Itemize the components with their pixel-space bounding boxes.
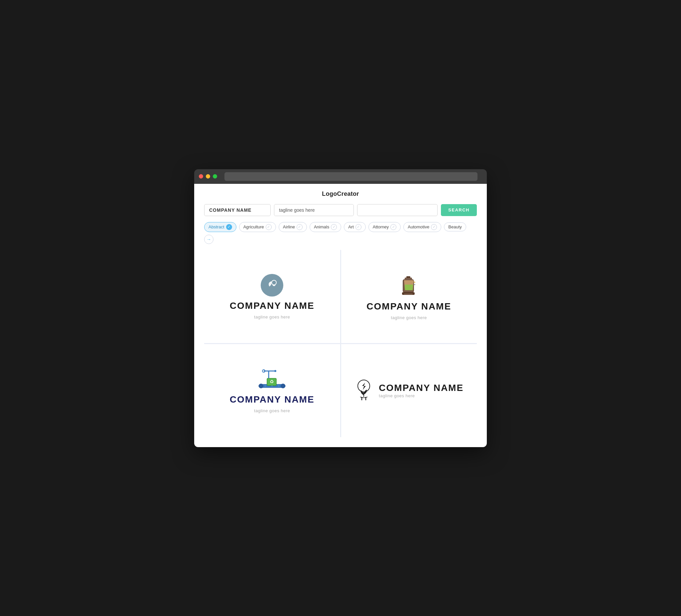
filter-chip-attorney[interactable]: Attorney ✓ xyxy=(369,222,401,232)
logo-4-company-name: COMPANY NAME xyxy=(379,383,463,393)
svg-rect-6 xyxy=(406,276,410,278)
browser-content: LogoCreator SEARCH Abstract ✓ Agricultur… xyxy=(194,184,487,447)
search-button[interactable]: SEARCH xyxy=(441,204,477,216)
tagline-input[interactable] xyxy=(274,204,354,216)
logo-card-2[interactable]: COMPANY NAME tagline goes here xyxy=(341,250,477,343)
filter-label: Abstract xyxy=(208,224,224,229)
check-icon: ✓ xyxy=(266,224,272,230)
check-icon: ✓ xyxy=(297,224,303,230)
filter-row: Abstract ✓ Agriculture ✓ Airline ✓ Anima… xyxy=(204,222,477,244)
filter-chip-abstract[interactable]: Abstract ✓ xyxy=(204,222,236,232)
filter-label: Agriculture xyxy=(244,224,264,229)
check-icon: ✓ xyxy=(390,224,396,230)
filter-chip-airline[interactable]: Airline ✓ xyxy=(279,222,307,232)
extra-input[interactable] xyxy=(357,204,437,216)
check-icon: ✓ xyxy=(226,224,232,230)
svg-point-12 xyxy=(259,384,263,388)
logo-card-3[interactable]: ♻ COMPANY NAME taglin xyxy=(204,344,340,437)
svg-point-13 xyxy=(281,384,285,388)
logo-2-tagline: tagline goes here xyxy=(391,315,427,320)
filter-chip-automotive[interactable]: Automotive ✓ xyxy=(403,222,441,232)
filter-label: Automotive xyxy=(408,224,429,229)
svg-point-20 xyxy=(265,385,266,387)
logo-card-4-text: COMPANY NAME tagline goes here xyxy=(379,383,463,398)
svg-rect-5 xyxy=(405,278,412,280)
circle-lightbulb-icon xyxy=(260,273,284,297)
browser-titlebar xyxy=(194,169,487,184)
filter-label: Art xyxy=(348,224,354,229)
filter-chip-agriculture[interactable]: Agriculture ✓ xyxy=(239,222,276,232)
filter-chip-beauty[interactable]: Beauty xyxy=(444,223,466,231)
svg-rect-10 xyxy=(404,293,413,294)
svg-point-0 xyxy=(261,274,283,297)
logo-icon-1 xyxy=(260,273,284,297)
logo-2-company-name: COMPANY NAME xyxy=(367,301,451,312)
svg-point-19 xyxy=(274,370,276,372)
logo-card-1-inner: COMPANY NAME tagline goes here xyxy=(230,273,314,319)
logo-1-tagline: tagline goes here xyxy=(254,314,290,319)
logo-icon-4 xyxy=(354,379,373,403)
logo-card-4-inner: COMPANY NAME tagline goes here xyxy=(354,379,463,403)
svg-point-21 xyxy=(271,385,273,387)
address-bar[interactable] xyxy=(224,172,478,181)
maximize-button[interactable] xyxy=(213,174,217,179)
filter-label: Beauty xyxy=(448,224,461,229)
filter-chip-art[interactable]: Art ✓ xyxy=(344,222,366,232)
logo-card-1[interactable]: COMPANY NAME tagline goes here xyxy=(204,250,340,343)
company-name-input[interactable] xyxy=(204,204,271,216)
logo-3-tagline: tagline goes here xyxy=(254,408,290,413)
svg-point-7 xyxy=(414,282,415,283)
logo-icon-3: ♻ xyxy=(257,368,287,391)
svg-text:♻: ♻ xyxy=(270,379,274,384)
logo-4-tagline: tagline goes here xyxy=(379,393,463,398)
minimize-button[interactable] xyxy=(206,174,210,179)
filter-next-arrow[interactable]: → xyxy=(204,235,213,244)
blender-icon xyxy=(398,273,420,298)
logo-card-3-inner: ♻ COMPANY NAME taglin xyxy=(230,368,314,413)
close-button[interactable] xyxy=(199,174,203,179)
check-icon: ✓ xyxy=(355,224,361,230)
logo-3-company-name: COMPANY NAME xyxy=(230,394,314,405)
search-row: SEARCH xyxy=(204,204,477,216)
factory-icon: ♻ xyxy=(257,368,287,391)
svg-point-22 xyxy=(278,385,279,387)
filter-label: Airline xyxy=(283,224,295,229)
filter-label: Attorney xyxy=(373,224,389,229)
filter-chip-animals[interactable]: Animals ✓ xyxy=(309,222,341,232)
svg-point-8 xyxy=(414,284,415,285)
check-icon: ✓ xyxy=(331,224,337,230)
logo-1-company-name: COMPANY NAME xyxy=(230,301,314,311)
app-title: LogoCreator xyxy=(204,190,477,198)
logo-grid: COMPANY NAME tagline goes here xyxy=(204,250,477,437)
logo-icon-2 xyxy=(398,273,420,298)
logo-card-2-inner: COMPANY NAME tagline goes here xyxy=(367,273,451,320)
filter-label: Animals xyxy=(314,224,329,229)
logo-card-4[interactable]: COMPANY NAME tagline goes here xyxy=(341,344,477,437)
plant-plug-icon xyxy=(354,379,373,403)
browser-window: LogoCreator SEARCH Abstract ✓ Agricultur… xyxy=(194,169,487,447)
check-icon: ✓ xyxy=(431,224,437,230)
